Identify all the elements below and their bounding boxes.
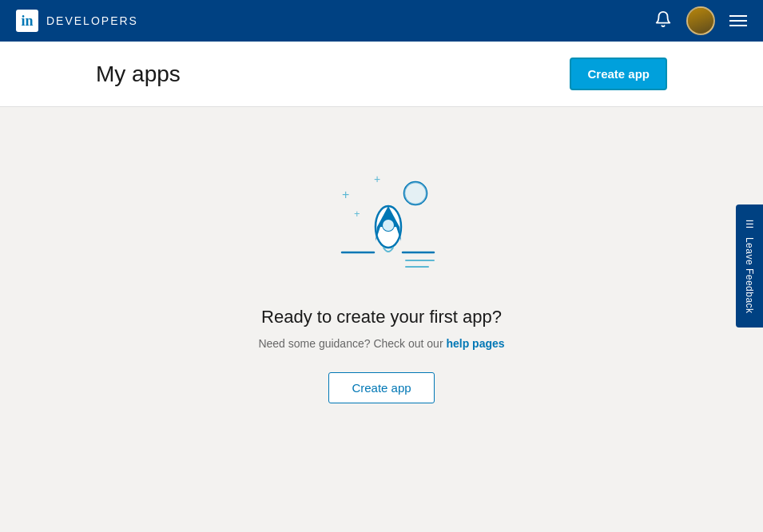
top-navigation: in DEVELOPERS: [0, 0, 763, 42]
svg-point-7: [383, 220, 394, 231]
page-title: My apps: [96, 62, 181, 87]
bell-icon[interactable]: [654, 10, 672, 32]
svg-point-4: [404, 182, 427, 204]
feedback-icon: ☰: [744, 219, 755, 231]
empty-state-illustration: + + +: [294, 155, 470, 283]
create-app-main-button[interactable]: Create app: [328, 372, 434, 403]
create-app-header-button[interactable]: Create app: [570, 58, 667, 90]
header-right: [654, 6, 747, 35]
empty-state-desc-text: Need some guidance? Check out our: [258, 337, 446, 350]
svg-text:+: +: [354, 208, 360, 220]
avatar[interactable]: [686, 6, 715, 35]
help-pages-link[interactable]: help pages: [446, 337, 504, 350]
page-header: My apps Create app: [0, 42, 763, 107]
main-content: + + + Ready to create your first a: [0, 107, 763, 532]
empty-state-heading: Ready to create your first app?: [261, 307, 502, 328]
hamburger-icon[interactable]: [729, 15, 747, 26]
feedback-label: Leave Feedback: [744, 236, 755, 313]
linkedin-logo: in: [16, 10, 38, 32]
svg-text:+: +: [374, 173, 380, 185]
empty-state-description: Need some guidance? Check out our help p…: [258, 337, 504, 350]
svg-text:+: +: [342, 188, 349, 201]
header-left: in DEVELOPERS: [16, 10, 138, 32]
header-title: DEVELOPERS: [46, 14, 138, 27]
feedback-tab[interactable]: ☰ Leave Feedback: [736, 204, 763, 328]
